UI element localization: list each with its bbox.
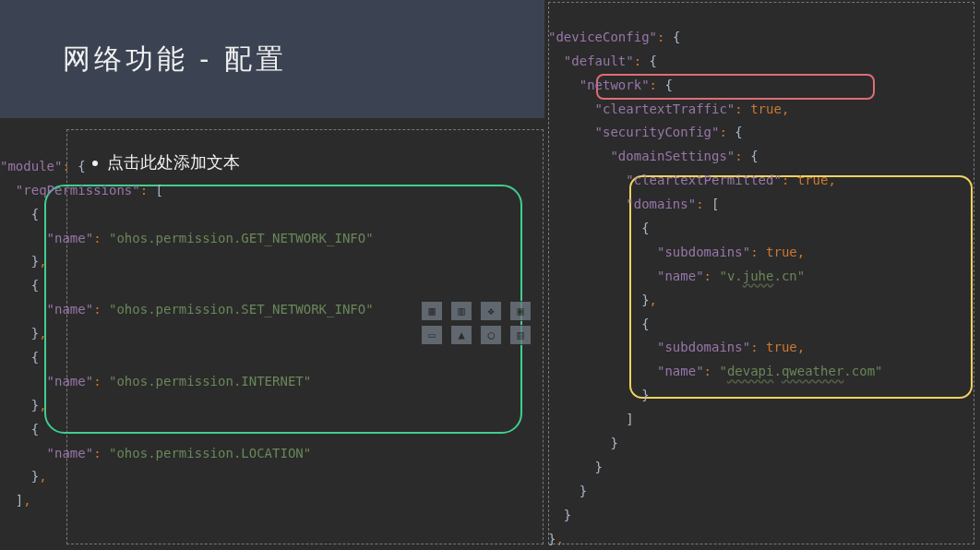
key-cleartextPermitted: "cleartextPermitted" (626, 173, 782, 187)
key-name: "name" (47, 231, 94, 245)
key-subdomains: "subdomains" (657, 340, 750, 354)
key-deviceConfig: "deviceConfig" (548, 30, 657, 44)
slide-title: 网络功能 - 配置 (63, 33, 287, 85)
key-module: "module" (0, 159, 62, 173)
key-name: "name" (47, 302, 94, 317)
chart-icon[interactable]: ▥ (450, 301, 472, 321)
val-true: true (766, 245, 797, 259)
key-name: "name" (47, 446, 94, 460)
smartart-icon[interactable]: ❖ (480, 301, 502, 321)
code-block-left: "module": { "reqPermissions": [ { "name"… (0, 131, 374, 513)
video-icon[interactable]: ◯ (480, 325, 502, 345)
val-true: true (766, 340, 797, 354)
val-true: true (750, 102, 782, 116)
key-subdomains: "subdomains" (657, 245, 750, 259)
val-true: true (797, 173, 829, 187)
key-reqPermissions: "reqPermissions" (16, 183, 140, 197)
online-picture-icon[interactable]: ▲ (450, 325, 472, 345)
perm-set-network-info: "ohos.permission.SET_NETWORK_INFO" (109, 302, 374, 317)
table-icon[interactable]: ▦ (421, 301, 443, 321)
key-name: "name" (657, 364, 704, 378)
perm-internet: "ohos.permission.INTERNET" (109, 374, 311, 389)
stock-image-icon[interactable]: ▤ (509, 325, 532, 345)
key-name: "name" (47, 374, 94, 389)
key-network: "network" (580, 78, 650, 92)
key-cleartextTraffic: "cleartextTraffic" (595, 102, 735, 116)
insert-layout-icons[interactable]: ▦ ▥ ❖ ▣ ▭ ▲ ◯ ▤ (421, 301, 532, 345)
key-name: "name" (657, 269, 704, 283)
3d-icon[interactable]: ▣ (509, 301, 532, 321)
code-block-right: "deviceConfig": { "default": { "network"… (548, 2, 883, 550)
key-domains: "domains" (626, 197, 696, 211)
perm-get-network-info: "ohos.permission.GET_NETWORK_INFO" (109, 231, 374, 245)
picture-icon[interactable]: ▭ (421, 325, 443, 345)
perm-location: "ohos.permission.LOCATION" (109, 446, 311, 460)
key-securityConfig: "securityConfig" (595, 125, 720, 139)
key-domainSettings: "domainSettings" (610, 149, 735, 163)
slide-title-bar: 网络功能 - 配置 (0, 0, 544, 118)
key-default: "default" (564, 54, 634, 68)
